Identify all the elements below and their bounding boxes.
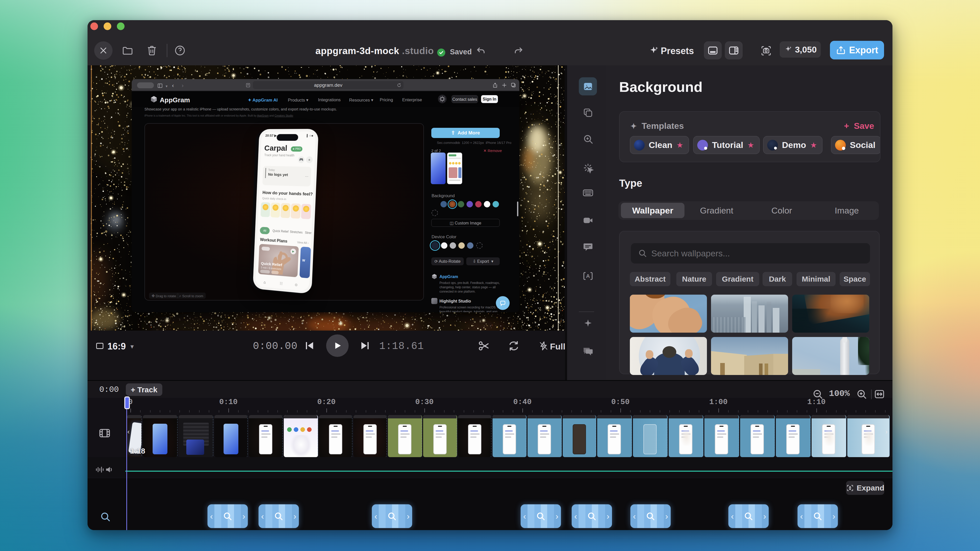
- svg-text:A: A: [586, 273, 590, 279]
